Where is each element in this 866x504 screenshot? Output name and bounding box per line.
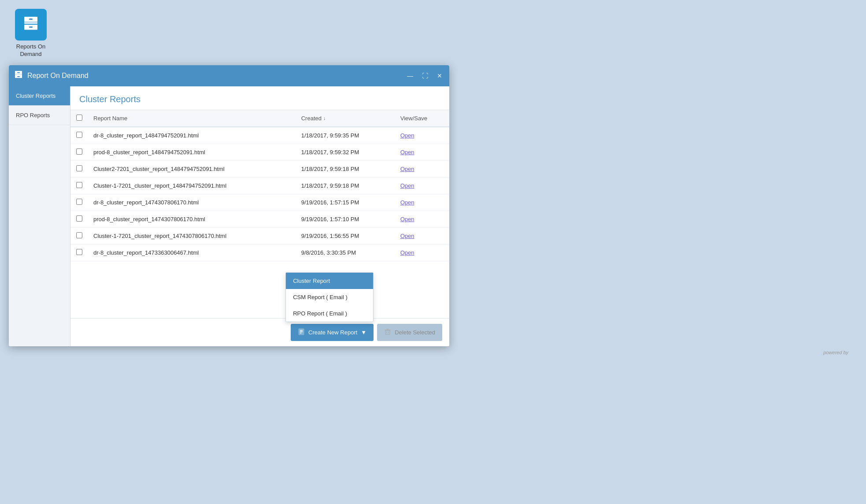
row-checkbox[interactable] [76, 148, 82, 155]
col-report-name: Report Name [88, 110, 296, 127]
row-select-cell [70, 127, 88, 144]
content-area: Cluster Reports Report Name [70, 86, 449, 346]
row-created: 1/18/2017, 9:59:18 PM [296, 177, 395, 194]
row-checkbox[interactable] [76, 232, 82, 238]
minimize-button[interactable]: — [405, 71, 415, 80]
table-row: Cluster2-7201_cluster_report_14847947520… [70, 160, 449, 177]
table-row: Cluster-1-7201_cluster_report_1484794752… [70, 177, 449, 194]
app-icon[interactable] [15, 9, 47, 41]
svg-rect-6 [29, 26, 33, 28]
svg-rect-18 [385, 330, 390, 334]
row-select-cell [70, 211, 88, 227]
row-checkbox[interactable] [76, 132, 82, 138]
main-window: Report On Demand — ⛶ ✕ Cluster Reports R… [9, 65, 449, 346]
open-report-button[interactable]: Open [400, 166, 414, 172]
create-icon [298, 328, 305, 337]
app-title: Reports OnDemand [16, 43, 45, 58]
table-row: Cluster-1-7201_cluster_report_1474307806… [70, 227, 449, 244]
close-button[interactable]: ✕ [435, 71, 444, 80]
footer-bar: Create New Report ▼ Cluster Report CSM R… [70, 318, 449, 346]
col-view-save: View/Save [395, 110, 449, 127]
open-report-button[interactable]: Open [400, 182, 414, 189]
open-report-button[interactable]: Open [400, 132, 414, 139]
open-report-button[interactable]: Open [400, 199, 414, 206]
row-report-name: dr-8_cluster_report_1484794752091.html [88, 127, 296, 144]
row-checkbox[interactable] [76, 199, 82, 205]
row-report-name: Cluster2-7201_cluster_report_14847947520… [88, 160, 296, 177]
row-view-save: Open [395, 194, 449, 211]
row-view-save: Open [395, 160, 449, 177]
row-select-cell [70, 160, 88, 177]
dropdown-item-csm-report[interactable]: CSM Report ( Email ) [286, 289, 373, 305]
open-report-button[interactable]: Open [400, 216, 414, 222]
row-created: 1/18/2017, 9:59:18 PM [296, 160, 395, 177]
row-created: 9/19/2016, 1:57:15 PM [296, 194, 395, 211]
delete-icon [384, 328, 391, 337]
table-header: Report Name Created ↓ View/Save [70, 110, 449, 127]
dropdown-item-cluster-report[interactable]: Cluster Report [286, 273, 373, 289]
row-view-save: Open [395, 177, 449, 194]
title-bar-controls: — ⛶ ✕ [405, 71, 444, 80]
sidebar-item-cluster-reports[interactable]: Cluster Reports [9, 86, 70, 106]
table-body: dr-8_cluster_report_1484794752091.html1/… [70, 127, 449, 261]
svg-rect-5 [29, 19, 33, 20]
window-body: Cluster Reports RPO Reports Cluster Repo… [9, 86, 449, 346]
table-row: dr-8_cluster_report_1473363006467.html9/… [70, 244, 449, 261]
row-report-name: prod-8_cluster_report_1474307806170.html [88, 211, 296, 227]
reports-table: Report Name Created ↓ View/Save [70, 110, 449, 261]
row-view-save: Open [395, 144, 449, 160]
sort-arrow-icon: ↓ [323, 115, 326, 121]
create-new-report-button[interactable]: Create New Report ▼ [291, 324, 374, 341]
row-select-cell [70, 227, 88, 244]
row-view-save: Open [395, 244, 449, 261]
row-checkbox[interactable] [76, 215, 82, 222]
row-created: 9/8/2016, 3:30:35 PM [296, 244, 395, 261]
row-created: 9/19/2016, 1:56:55 PM [296, 227, 395, 244]
row-select-cell [70, 244, 88, 261]
reports-table-wrapper[interactable]: Report Name Created ↓ View/Save [70, 110, 449, 318]
row-report-name: prod-8_cluster_report_1484794752091.html [88, 144, 296, 160]
row-view-save: Open [395, 127, 449, 144]
row-checkbox[interactable] [76, 165, 82, 171]
maximize-button[interactable]: ⛶ [420, 71, 430, 80]
row-select-cell [70, 144, 88, 160]
row-select-cell [70, 177, 88, 194]
svg-rect-4 [24, 24, 37, 25]
select-all-checkbox[interactable] [76, 115, 82, 121]
row-created: 1/18/2017, 9:59:35 PM [296, 127, 395, 144]
table-row: prod-8_cluster_report_1484794752091.html… [70, 144, 449, 160]
app-launcher: Reports OnDemand [9, 9, 53, 58]
open-report-button[interactable]: Open [400, 249, 414, 256]
sidebar: Cluster Reports RPO Reports [9, 86, 70, 346]
table-row: dr-8_cluster_report_1474307806170.html9/… [70, 194, 449, 211]
row-checkbox[interactable] [76, 249, 82, 255]
col-created[interactable]: Created ↓ [296, 110, 395, 127]
window-title: Report On Demand [27, 72, 89, 80]
svg-rect-13 [17, 76, 20, 77]
sidebar-item-rpo-reports[interactable]: RPO Reports [9, 106, 70, 125]
dropdown-arrow-icon: ▼ [361, 329, 366, 336]
svg-rect-12 [17, 72, 20, 73]
open-report-button[interactable]: Open [400, 233, 414, 239]
title-bar-icon [14, 70, 23, 81]
title-bar-left: Report On Demand [14, 70, 89, 81]
delete-selected-button[interactable]: Delete Selected [377, 324, 442, 341]
row-created: 1/18/2017, 9:59:32 PM [296, 144, 395, 160]
row-created: 9/19/2016, 1:57:10 PM [296, 211, 395, 227]
row-report-name: dr-8_cluster_report_1474307806170.html [88, 194, 296, 211]
row-checkbox[interactable] [76, 182, 82, 188]
row-view-save: Open [395, 227, 449, 244]
row-select-cell [70, 194, 88, 211]
svg-rect-3 [24, 16, 37, 17]
content-header: Cluster Reports [70, 86, 449, 110]
create-dropdown-menu: Cluster Report CSM Report ( Email ) RPO … [285, 272, 374, 322]
table-row: dr-8_cluster_report_1484794752091.html1/… [70, 127, 449, 144]
row-view-save: Open [395, 211, 449, 227]
create-dropdown-container: Create New Report ▼ Cluster Report CSM R… [291, 324, 374, 341]
open-report-button[interactable]: Open [400, 149, 414, 156]
powered-by-text: powered by [9, 346, 857, 359]
dropdown-item-rpo-report[interactable]: RPO Report ( Email ) [286, 305, 373, 322]
row-report-name: Cluster-1-7201_cluster_report_1484794752… [88, 177, 296, 194]
content-title: Cluster Reports [79, 94, 440, 104]
app-icon-graphic [22, 14, 40, 35]
